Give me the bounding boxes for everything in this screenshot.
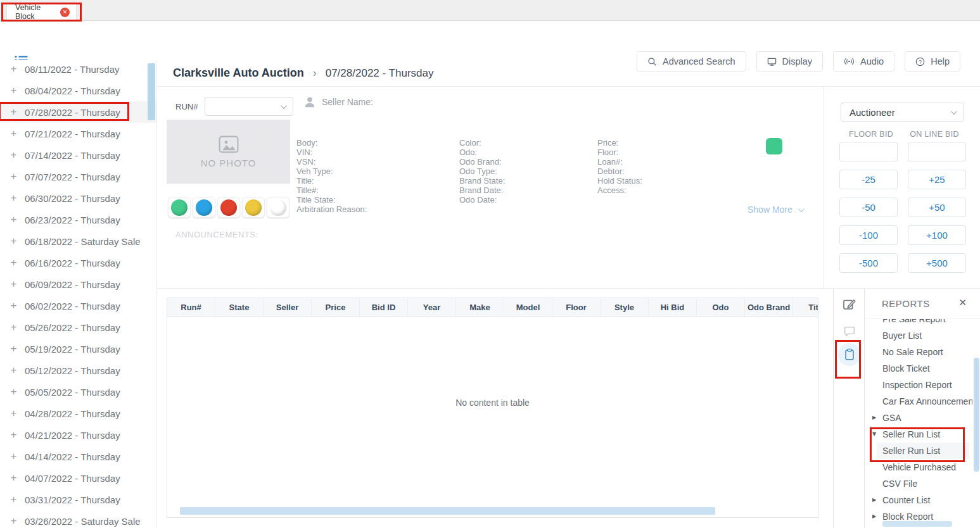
- reports-horizontal-scrollbar-thumb[interactable]: [882, 521, 952, 527]
- report-item[interactable]: ▶ GSA: [865, 410, 972, 426]
- expand-plus-icon[interactable]: +: [10, 450, 18, 463]
- tree-arrow-icon[interactable]: ▶: [872, 492, 876, 508]
- sale-date-item[interactable]: + 04/21/2022 - Thursday: [0, 424, 156, 446]
- light-button[interactable]: [193, 197, 215, 218]
- sale-date-item[interactable]: + 07/14/2022 - Thursday: [0, 144, 156, 166]
- floor-bid-decrement-button[interactable]: -25: [839, 170, 898, 189]
- tree-arrow-icon[interactable]: ▶: [872, 508, 876, 520]
- report-item[interactable]: ▶ Counter List: [865, 492, 972, 508]
- expand-plus-icon[interactable]: +: [10, 321, 18, 334]
- sale-date-item[interactable]: + 07/28/2022 - Thursday: [0, 101, 156, 123]
- sidebar-scrollbar-thumb[interactable]: [148, 63, 155, 120]
- sale-date-item[interactable]: + 05/26/2022 - Thursday: [0, 317, 156, 338]
- sale-date-item[interactable]: + 05/19/2022 - Thursday: [0, 338, 156, 360]
- sale-date-item[interactable]: + 06/02/2022 - Thursday: [0, 295, 156, 317]
- sale-date-item[interactable]: + 06/09/2022 - Thursday: [0, 273, 156, 295]
- expand-plus-icon[interactable]: +: [10, 472, 18, 484]
- tree-arrow-icon[interactable]: ▼: [872, 426, 876, 443]
- report-item[interactable]: Block Ticket: [865, 360, 972, 377]
- sale-date-item[interactable]: + 03/26/2022 - Saturday Sale: [0, 510, 156, 528]
- table-column-header[interactable]: Model: [504, 298, 552, 317]
- online-bid-increment-button[interactable]: +25: [908, 170, 966, 189]
- online-bid-input[interactable]: [908, 142, 966, 161]
- expand-plus-icon[interactable]: +: [10, 493, 18, 506]
- expand-plus-icon[interactable]: +: [10, 364, 18, 377]
- table-column-header[interactable]: Make: [456, 298, 504, 317]
- table-column-header[interactable]: Bid ID: [360, 298, 408, 317]
- expand-plus-icon[interactable]: +: [10, 515, 18, 527]
- report-item[interactable]: Buyer List: [865, 327, 972, 344]
- floor-bid-input[interactable]: [839, 142, 898, 161]
- sale-date-item[interactable]: + 05/05/2022 - Thursday: [0, 381, 156, 403]
- expand-plus-icon[interactable]: +: [10, 127, 18, 140]
- expand-plus-icon[interactable]: +: [10, 106, 18, 118]
- report-item[interactable]: CSV File: [865, 475, 972, 492]
- floor-bid-decrement-button[interactable]: -50: [839, 198, 898, 217]
- clipboard-icon[interactable]: [838, 343, 861, 366]
- table-column-header[interactable]: Floor: [552, 298, 601, 317]
- table-column-header[interactable]: Odo: [697, 298, 745, 317]
- auctioneer-select[interactable]: Auctioneer: [841, 103, 964, 122]
- sale-date-item[interactable]: + 06/23/2022 - Thursday: [0, 209, 156, 230]
- reports-vertical-scrollbar-thumb[interactable]: [974, 358, 979, 472]
- table-column-header[interactable]: Title: [793, 298, 818, 317]
- table-column-header[interactable]: Run#: [167, 298, 215, 317]
- table-column-header[interactable]: Style: [601, 298, 649, 317]
- run-number-select[interactable]: [205, 97, 293, 116]
- expand-plus-icon[interactable]: +: [10, 256, 18, 269]
- expand-plus-icon[interactable]: +: [10, 63, 18, 75]
- online-bid-increment-button[interactable]: +50: [908, 198, 966, 217]
- sale-date-item[interactable]: + 04/28/2022 - Thursday: [0, 403, 156, 424]
- report-item[interactable]: Inspection Report: [865, 377, 972, 393]
- sale-date-item[interactable]: + 04/07/2022 - Thursday: [0, 467, 156, 489]
- edit-icon[interactable]: [834, 298, 865, 311]
- light-button[interactable]: [168, 197, 191, 218]
- report-item[interactable]: Vehicle Purchased: [865, 459, 972, 475]
- table-column-header[interactable]: Price: [312, 298, 360, 317]
- floor-bid-decrement-button[interactable]: -500: [839, 253, 898, 273]
- expand-plus-icon[interactable]: +: [10, 170, 18, 183]
- sale-date-item[interactable]: + 07/21/2022 - Thursday: [0, 123, 156, 144]
- expand-plus-icon[interactable]: +: [10, 299, 18, 312]
- tab-vehicle-block[interactable]: Vehicle Block ✕: [6, 3, 77, 21]
- show-more-link[interactable]: Show More: [748, 204, 803, 215]
- sale-date-item[interactable]: + 03/31/2022 - Thursday: [0, 489, 156, 510]
- expand-plus-icon[interactable]: +: [10, 84, 18, 97]
- expand-plus-icon[interactable]: +: [10, 278, 18, 291]
- tree-arrow-icon[interactable]: ▶: [872, 410, 876, 426]
- comment-icon[interactable]: [834, 325, 865, 337]
- expand-plus-icon[interactable]: +: [10, 429, 18, 441]
- report-item[interactable]: Pre Sale Report: [865, 319, 972, 327]
- expand-plus-icon[interactable]: +: [10, 213, 18, 226]
- expand-plus-icon[interactable]: +: [10, 343, 18, 355]
- sale-date-item[interactable]: + 06/30/2022 - Thursday: [0, 187, 156, 209]
- table-column-header[interactable]: Odo Brand: [745, 298, 793, 317]
- sale-date-item[interactable]: + 04/14/2022 - Thursday: [0, 446, 156, 467]
- sale-date-item[interactable]: + 07/07/2022 - Thursday: [0, 166, 156, 187]
- light-button[interactable]: [242, 197, 265, 218]
- sale-date-item[interactable]: + 06/16/2022 - Thursday: [0, 252, 156, 273]
- report-item[interactable]: Car Fax Announcement: [865, 393, 972, 410]
- light-button[interactable]: [267, 197, 290, 218]
- table-column-header[interactable]: State: [215, 298, 264, 317]
- close-icon[interactable]: ✕: [958, 297, 967, 308]
- floor-bid-decrement-button[interactable]: -100: [839, 225, 898, 245]
- table-column-header[interactable]: Hi Bid: [649, 298, 697, 317]
- expand-plus-icon[interactable]: +: [10, 149, 18, 161]
- expand-plus-icon[interactable]: +: [10, 407, 18, 420]
- online-bid-increment-button[interactable]: +100: [908, 225, 966, 245]
- sale-date-item[interactable]: + 08/04/2022 - Thursday: [0, 80, 156, 101]
- report-item[interactable]: ▼ Seller Run List: [865, 426, 972, 443]
- sale-date-item[interactable]: + 06/18/2022 - Saturday Sale: [0, 230, 156, 252]
- expand-plus-icon[interactable]: +: [10, 235, 18, 248]
- table-column-header[interactable]: Year: [408, 298, 456, 317]
- sale-date-item[interactable]: + 08/11/2022 - Thursday: [0, 60, 156, 80]
- light-button[interactable]: [217, 197, 240, 218]
- table-horizontal-scrollbar-thumb[interactable]: [180, 507, 715, 515]
- expand-plus-icon[interactable]: +: [10, 386, 18, 398]
- report-item[interactable]: Seller Run List: [877, 443, 969, 459]
- tab-close-icon[interactable]: ✕: [60, 8, 70, 17]
- report-item[interactable]: No Sale Report: [865, 344, 972, 360]
- table-column-header[interactable]: Seller: [264, 298, 312, 317]
- report-item[interactable]: ▶ Block Report: [865, 508, 972, 520]
